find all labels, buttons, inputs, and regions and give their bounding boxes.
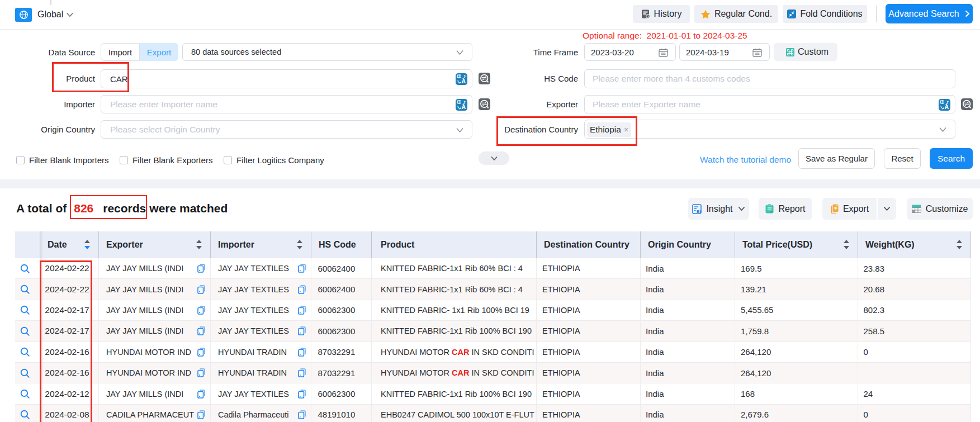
svg-text:BI: BI xyxy=(697,208,701,214)
